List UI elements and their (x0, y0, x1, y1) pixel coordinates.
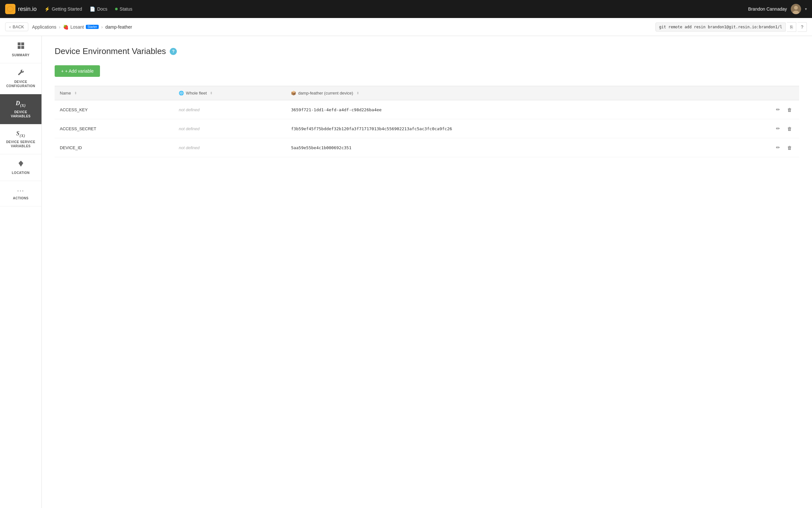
table-row: ACCESS_KEY not defined 3659f721-1dd1-4ef… (55, 100, 799, 119)
sx-icon: S(x) (16, 130, 25, 138)
fleet-sort-icon: ⇕ (210, 91, 213, 95)
cell-device-1: f3b59ef45f75bddef32b120fa3f71717013b4c55… (286, 119, 722, 138)
env-variables-table: Name ⇕ 🌐 Whole fleet ⇕ 📦 (55, 86, 799, 157)
user-name: Brandon Cannaday (748, 6, 787, 11)
app-badge: Starter (86, 25, 99, 29)
git-command-area: git remote add resin brandon1@git.resin.… (656, 22, 807, 32)
delete-button-0[interactable]: 🗑 (785, 105, 794, 114)
breadcrumb-sep-1: › (59, 25, 60, 30)
status-link[interactable]: Status (115, 6, 132, 11)
breadcrumb-device: damp-feather (105, 25, 132, 30)
edit-button-2[interactable]: ✏ (774, 143, 782, 152)
navbar: resin.io ⚡ Getting Started 📄 Docs Status… (0, 0, 812, 18)
sidebar-label-location: LOCATION (12, 171, 30, 175)
subheader: ‹ BACK Applications › 🍓 Losant Starter ›… (0, 18, 812, 36)
git-copy-button[interactable]: ⎘ (787, 22, 796, 32)
subheader-left: ‹ BACK Applications › 🍓 Losant Starter ›… (5, 23, 132, 31)
git-command-text: git remote add resin brandon1@git.resin.… (656, 23, 786, 32)
main-content: Device Environment Variables ? + + Add v… (42, 36, 812, 508)
breadcrumb: Applications › 🍓 Losant Starter › damp-f… (32, 25, 132, 30)
cell-actions-0: ✏ 🗑 (722, 100, 799, 119)
breadcrumb-sep-2: › (101, 25, 103, 30)
table-row: DEVICE_ID not defined 5aa59e55be4c1b0006… (55, 138, 799, 157)
col-header-actions (722, 86, 799, 100)
sidebar-label-device-config: DEVICECONFIGURATION (6, 80, 35, 88)
status-dot-icon (115, 8, 118, 10)
cell-device-2: 5aa59e55be4c1b000692c351 (286, 138, 722, 157)
cell-actions-1: ✏ 🗑 (722, 119, 799, 138)
name-sort-icon: ⇕ (74, 91, 77, 95)
delete-button-2[interactable]: 🗑 (785, 143, 794, 152)
navbar-left: resin.io ⚡ Getting Started 📄 Docs Status (5, 4, 132, 14)
app-name: Losant (71, 25, 84, 30)
git-help-button[interactable]: ? (798, 22, 807, 32)
cell-actions-2: ✏ 🗑 (722, 138, 799, 157)
cell-fleet-1: not defined (174, 119, 286, 138)
svg-point-2 (794, 6, 798, 10)
svg-rect-4 (18, 42, 20, 45)
back-chevron-icon: ‹ (9, 25, 11, 29)
device-icon: 📦 (291, 91, 296, 95)
more-icon: ··· (17, 187, 25, 194)
sidebar-item-device-variables[interactable]: D(x) DEVICEVARIABLES (0, 94, 41, 124)
sidebar-item-actions[interactable]: ··· ACTIONS (0, 181, 41, 206)
navbar-logo[interactable]: resin.io (5, 4, 37, 14)
logo-icon (5, 4, 15, 14)
sidebar-item-device-service-variables[interactable]: S(x) DEVICE SERVICEVARIABLES (0, 124, 41, 155)
wrench-icon (17, 69, 25, 78)
getting-started-link[interactable]: ⚡ Getting Started (44, 6, 82, 11)
app-raspberry-icon: 🍓 (63, 25, 69, 30)
sidebar-label-actions: ACTIONS (13, 196, 29, 200)
plus-icon: + (61, 69, 64, 74)
col-header-name[interactable]: Name ⇕ (55, 86, 174, 100)
table-row: ACCESS_SECRET not defined f3b59ef45f75bd… (55, 119, 799, 138)
col-header-device[interactable]: 📦 damp-feather (current device) ⇕ (286, 86, 722, 100)
svg-rect-6 (18, 46, 20, 49)
page-title: Device Environment Variables (55, 46, 166, 56)
breadcrumb-applications-link[interactable]: Applications (32, 25, 56, 30)
avatar (791, 4, 801, 14)
grid-icon (17, 42, 25, 51)
delete-button-1[interactable]: 🗑 (785, 124, 794, 133)
fleet-icon: 🌐 (179, 91, 184, 95)
edit-button-1[interactable]: ✏ (774, 124, 782, 133)
navbar-right: Brandon Cannaday ▾ (748, 4, 807, 14)
lightning-icon: ⚡ (44, 6, 50, 11)
add-variable-button[interactable]: + + Add variable (55, 65, 100, 77)
cell-device-0: 3659f721-1dd1-4efd-a4df-c98d226ba4ee (286, 100, 722, 119)
cell-name-1: ACCESS_SECRET (55, 119, 174, 138)
svg-marker-0 (7, 6, 13, 12)
cell-name-0: ACCESS_KEY (55, 100, 174, 119)
location-icon (17, 160, 25, 169)
user-menu-chevron[interactable]: ▾ (805, 7, 807, 11)
sidebar-item-summary[interactable]: SUMMARY (0, 36, 41, 64)
device-sort-icon: ⇕ (357, 91, 359, 95)
sidebar-item-location[interactable]: LOCATION (0, 154, 41, 181)
page-title-row: Device Environment Variables ? (55, 46, 799, 56)
help-icon[interactable]: ? (170, 48, 177, 55)
cell-name-2: DEVICE_ID (55, 138, 174, 157)
sidebar-item-device-configuration[interactable]: DEVICECONFIGURATION (0, 64, 41, 94)
breadcrumb-app[interactable]: 🍓 Losant Starter (63, 25, 99, 30)
table-header-row: Name ⇕ 🌐 Whole fleet ⇕ 📦 (55, 86, 799, 100)
logo-text: resin.io (18, 6, 37, 12)
doc-icon: 📄 (90, 6, 95, 11)
sidebar: SUMMARY DEVICECONFIGURATION D(x) DEVICEV… (0, 36, 42, 508)
cell-fleet-0: not defined (174, 100, 286, 119)
sidebar-label-summary: SUMMARY (12, 53, 30, 57)
sidebar-label-device-vars: DEVICEVARIABLES (11, 110, 31, 118)
svg-rect-5 (21, 42, 24, 45)
docs-link[interactable]: 📄 Docs (90, 6, 107, 11)
col-header-fleet[interactable]: 🌐 Whole fleet ⇕ (174, 86, 286, 100)
back-button[interactable]: ‹ BACK (5, 23, 28, 31)
svg-rect-7 (21, 46, 24, 49)
cell-fleet-2: not defined (174, 138, 286, 157)
edit-button-0[interactable]: ✏ (774, 105, 782, 114)
dx-icon: D(x) (16, 100, 26, 108)
layout: SUMMARY DEVICECONFIGURATION D(x) DEVICEV… (0, 36, 812, 508)
sidebar-label-service-vars: DEVICE SERVICEVARIABLES (6, 140, 35, 148)
